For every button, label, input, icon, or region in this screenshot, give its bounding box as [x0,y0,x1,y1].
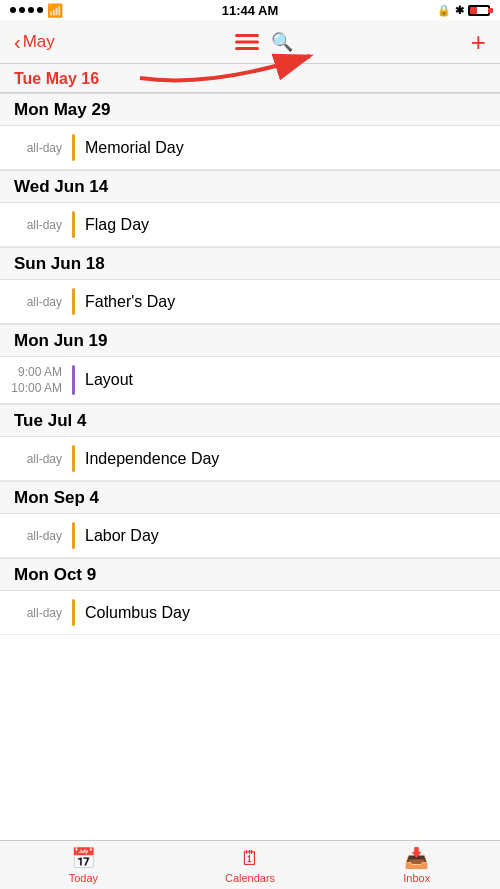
date-section-2: Sun Jun 18 [0,247,500,280]
dot4 [37,7,43,13]
event-title-3-0: Layout [85,365,486,395]
today-label: Tue May 16 [14,70,99,87]
event-time-6-0: all-day [0,599,72,626]
list-view-icon[interactable] [233,31,261,53]
event-bar-4-0 [72,445,75,472]
status-left: 📶 [10,3,63,18]
svg-rect-2 [235,47,259,50]
tab-calendars[interactable]: 🗓 Calendars [167,847,334,884]
event-time-1-0: all-day [0,211,72,238]
lock-icon: 🔒 [437,4,451,17]
today-tab-icon: 📅 [71,846,96,870]
event-time-2-0: all-day [0,288,72,315]
battery-icon [468,5,490,16]
date-section-6: Mon Oct 9 [0,558,500,591]
today-tab-label: Today [69,872,98,884]
wifi-icon: 📶 [47,3,63,18]
calendars-tab-icon: 🗓 [240,847,260,870]
event-time-4-0: all-day [0,445,72,472]
nav-bar: ‹ May 🔍 + [0,20,500,64]
inbox-tab-icon: 📥 [404,846,429,870]
event-title-1-0: Flag Day [85,211,486,238]
event-title-2-0: Father's Day [85,288,486,315]
date-section-4: Tue Jul 4 [0,404,500,437]
event-time-0-0: all-day [0,134,72,161]
date-section-0: Mon May 29 [0,93,500,126]
svg-rect-0 [235,34,259,37]
signal-dots [10,7,43,13]
back-chevron-icon: ‹ [14,32,21,52]
calendars-tab-label: Calendars [225,872,275,884]
search-icon[interactable]: 🔍 [271,31,293,53]
date-label-6: Mon Oct 9 [14,565,96,584]
event-row-6-0[interactable]: all-dayColumbus Day [0,591,500,635]
status-right: 🔒 ✱ [437,4,490,17]
event-bar-3-0 [72,365,75,395]
event-bar-2-0 [72,288,75,315]
tab-today[interactable]: 📅 Today [0,846,167,884]
date-label-0: Mon May 29 [14,100,110,119]
today-header: Tue May 16 [0,64,500,93]
inbox-tab-label: Inbox [403,872,430,884]
status-bar: 📶 11:44 AM 🔒 ✱ [0,0,500,20]
event-title-0-0: Memorial Day [85,134,486,161]
event-row-3-0[interactable]: 9:00 AM10:00 AMLayout [0,357,500,404]
date-section-1: Wed Jun 14 [0,170,500,203]
event-title-5-0: Labor Day [85,522,486,549]
tab-inbox[interactable]: 📥 Inbox [333,846,500,884]
date-section-3: Mon Jun 19 [0,324,500,357]
date-label-2: Sun Jun 18 [14,254,105,273]
event-time-3-0: 9:00 AM10:00 AM [0,365,72,395]
date-label-4: Tue Jul 4 [14,411,86,430]
event-row-5-0[interactable]: all-dayLabor Day [0,514,500,558]
event-bar-5-0 [72,522,75,549]
back-button[interactable]: ‹ May [14,32,55,52]
dot2 [19,7,25,13]
event-title-6-0: Columbus Day [85,599,486,626]
dot3 [28,7,34,13]
date-label-3: Mon Jun 19 [14,331,108,350]
event-title-4-0: Independence Day [85,445,486,472]
dot1 [10,7,16,13]
bluetooth-icon: ✱ [455,4,464,17]
svg-rect-1 [235,40,259,43]
add-event-button[interactable]: + [471,29,486,55]
event-row-0-0[interactable]: all-dayMemorial Day [0,126,500,170]
event-time-5-0: all-day [0,522,72,549]
back-label: May [23,32,55,52]
event-row-4-0[interactable]: all-dayIndependence Day [0,437,500,481]
status-time: 11:44 AM [222,3,279,18]
date-section-5: Mon Sep 4 [0,481,500,514]
event-row-1-0[interactable]: all-dayFlag Day [0,203,500,247]
event-row-2-0[interactable]: all-dayFather's Day [0,280,500,324]
date-label-5: Mon Sep 4 [14,488,99,507]
date-label-1: Wed Jun 14 [14,177,108,196]
event-list: Mon May 29all-dayMemorial DayWed Jun 14a… [0,93,500,833]
event-bar-0-0 [72,134,75,161]
event-bar-6-0 [72,599,75,626]
tab-bar: 📅 Today 🗓 Calendars 📥 Inbox [0,840,500,889]
event-bar-1-0 [72,211,75,238]
nav-center: 🔍 [233,31,293,53]
